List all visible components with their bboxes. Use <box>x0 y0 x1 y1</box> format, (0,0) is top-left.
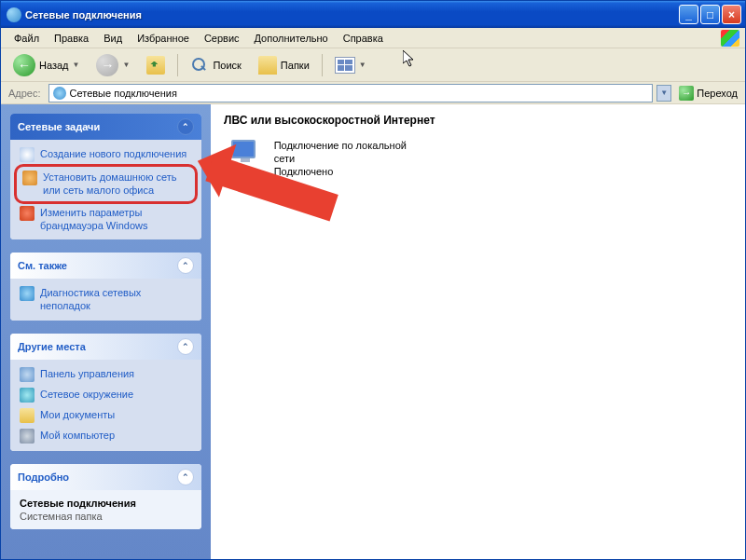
toolbar-separator <box>322 54 323 76</box>
place-label: Панель управления <box>40 367 134 380</box>
forward-icon: → <box>96 54 118 76</box>
menu-advanced[interactable]: Дополнительно <box>247 31 336 46</box>
folder-icon <box>258 56 277 75</box>
titlebar[interactable]: Сетевые подключения _ □ × <box>1 1 745 28</box>
network-places-icon <box>20 388 35 403</box>
panel-details: Подробно ⌃ Сетевые подключения Системная… <box>10 464 201 529</box>
window-title: Сетевые подключения <box>25 9 679 20</box>
lan-connection-icon <box>224 138 265 179</box>
folders-label: Папки <box>281 60 310 71</box>
diagnostics-icon <box>20 286 35 301</box>
forward-button[interactable]: → ▼ <box>90 51 136 79</box>
menu-file[interactable]: Файл <box>7 31 47 46</box>
place-label: Мой компьютер <box>40 429 115 442</box>
connection-item[interactable]: Подключение по локальной сети Подключено <box>224 138 429 179</box>
home-network-icon <box>22 171 37 185</box>
views-button[interactable]: ▼ <box>328 54 373 76</box>
sidebar: Сетевые задачи ⌃ Создание нового подключ… <box>1 104 211 559</box>
task-label: Установить домашнюю сеть или сеть малого… <box>43 171 189 198</box>
panel-title: Сетевые задачи <box>18 121 100 132</box>
documents-icon <box>20 408 35 423</box>
toolbar: ← Назад ▼ → ▼ Поиск Папки ▼ <box>1 48 745 82</box>
panel-body-places: Панель управления Сетевое окружение Мои … <box>10 360 201 451</box>
body: Сетевые задачи ⌃ Создание нового подключ… <box>1 104 745 559</box>
place-my-computer[interactable]: Мой компьютер <box>20 429 192 444</box>
folders-button[interactable]: Папки <box>252 53 316 77</box>
highlight-annotation: Установить домашнюю сеть или сеть малого… <box>14 164 198 204</box>
menu-edit[interactable]: Правка <box>47 31 96 46</box>
menu-favorites[interactable]: Избранное <box>130 31 197 46</box>
connection-name: Подключение по локальной сети <box>274 139 429 166</box>
back-button[interactable]: ← Назад ▼ <box>7 51 86 79</box>
chevron-up-icon: ⌃ <box>177 338 194 355</box>
panel-title: Другие места <box>18 341 86 352</box>
panel-header-see-also[interactable]: См. также ⌃ <box>10 253 201 279</box>
go-icon: → <box>679 86 694 101</box>
menu-view[interactable]: Вид <box>96 31 130 46</box>
address-value: Сетевые подключения <box>70 88 177 99</box>
panel-see-also: См. также ⌃ Диагностика сетевых неполадо… <box>10 253 201 321</box>
place-label: Мои документы <box>40 408 115 421</box>
menubar: Файл Правка Вид Избранное Сервис Дополни… <box>1 28 745 48</box>
place-control-panel[interactable]: Панель управления <box>20 367 192 382</box>
close-button[interactable]: × <box>722 5 741 24</box>
task-create-connection[interactable]: Создание нового подключения <box>20 147 192 162</box>
address-icon <box>53 87 66 100</box>
forward-dropdown-icon: ▼ <box>122 61 130 69</box>
panel-other-places: Другие места ⌃ Панель управления Сетевое… <box>10 334 201 451</box>
back-dropdown-icon: ▼ <box>73 61 80 69</box>
panel-title: Подробно <box>18 471 69 483</box>
place-my-documents[interactable]: Мои документы <box>20 408 192 423</box>
task-label: Создание нового подключения <box>40 147 186 160</box>
chevron-up-icon: ⌃ <box>177 469 194 485</box>
new-connection-icon <box>20 147 35 162</box>
address-dropdown[interactable]: ▼ <box>656 85 671 102</box>
menu-tools[interactable]: Сервис <box>197 31 247 46</box>
panel-header-tasks[interactable]: Сетевые задачи ⌃ <box>10 114 201 140</box>
address-input[interactable]: Сетевые подключения <box>48 84 654 102</box>
firewall-icon <box>20 206 35 221</box>
views-dropdown-icon: ▼ <box>359 61 366 69</box>
task-network-diagnostics[interactable]: Диагностика сетевых неполадок <box>20 286 192 313</box>
panel-title: См. также <box>18 260 67 271</box>
menu-help[interactable]: Справка <box>336 31 391 46</box>
minimize-button[interactable]: _ <box>679 5 698 24</box>
task-label: Диагностика сетевых неполадок <box>40 286 192 313</box>
go-button[interactable]: → Переход <box>675 85 741 102</box>
panel-header-details[interactable]: Подробно ⌃ <box>10 464 201 490</box>
up-icon <box>146 56 165 75</box>
app-icon <box>7 7 21 22</box>
control-panel-icon <box>20 367 35 382</box>
address-bar: Адрес: Сетевые подключения ▼ → Переход <box>1 82 745 104</box>
computer-icon <box>20 429 35 444</box>
search-label: Поиск <box>213 60 241 71</box>
chevron-up-icon: ⌃ <box>177 257 194 274</box>
panel-body-details: Сетевые подключения Системная папка <box>10 490 201 529</box>
toolbar-separator <box>177 54 178 76</box>
up-button[interactable] <box>140 53 172 77</box>
details-type: Системная папка <box>20 511 192 522</box>
panel-body-tasks: Создание нового подключения Установить д… <box>10 140 201 239</box>
window: Сетевые подключения _ □ × Файл Правка Ви… <box>0 0 746 560</box>
panel-network-tasks: Сетевые задачи ⌃ Создание нового подключ… <box>10 114 201 239</box>
task-setup-home-network[interactable]: Установить домашнюю сеть или сеть малого… <box>22 171 189 198</box>
search-icon <box>190 56 209 75</box>
task-label: Изменить параметры брандмауэра Windows <box>40 206 192 233</box>
back-icon: ← <box>13 54 35 76</box>
windows-logo-icon <box>721 30 739 47</box>
section-heading: ЛВС или высокоскоростной Интернет <box>224 114 732 127</box>
views-icon <box>335 57 355 74</box>
content-area: ЛВС или высокоскоростной Интернет Подклю… <box>211 104 745 559</box>
connection-status: Подключено <box>274 165 429 178</box>
search-button[interactable]: Поиск <box>184 53 247 77</box>
back-label: Назад <box>39 60 69 71</box>
place-network-neighborhood[interactable]: Сетевое окружение <box>20 388 192 403</box>
place-label: Сетевое окружение <box>40 388 133 401</box>
maximize-button[interactable]: □ <box>700 5 720 24</box>
go-label: Переход <box>697 88 738 99</box>
details-name: Сетевые подключения <box>20 498 192 509</box>
task-firewall-settings[interactable]: Изменить параметры брандмауэра Windows <box>20 206 192 233</box>
panel-header-places[interactable]: Другие места ⌃ <box>10 334 201 360</box>
address-label: Адрес: <box>5 88 45 99</box>
panel-body-see-also: Диагностика сетевых неполадок <box>10 279 201 321</box>
